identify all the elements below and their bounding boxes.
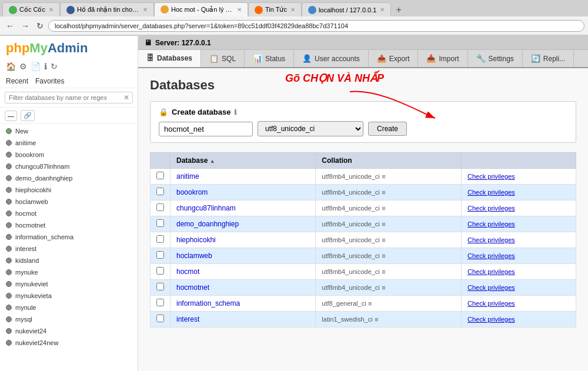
sidebar-item-mynukeviet[interactable]: mynukeviet: [0, 278, 138, 290]
create-db-button[interactable]: Create: [368, 122, 407, 136]
sidebar-item-demo[interactable]: demo_doanhnghiep: [0, 172, 138, 184]
sidebar-item-mysql[interactable]: mysql: [0, 313, 138, 325]
check-priv-link-3[interactable]: Check privileges: [467, 220, 515, 228]
row-check-2[interactable]: [156, 203, 164, 211]
filter-clear-button[interactable]: ✕: [123, 93, 129, 102]
collation-select[interactable]: utf8_unicode_ci utf8_general_ci utf8mb4_…: [258, 121, 363, 136]
check-priv-link-4[interactable]: Check privileges: [467, 236, 515, 243]
table-icon-9[interactable]: ≡: [375, 316, 378, 323]
db-link-7[interactable]: hocmotnet: [176, 283, 209, 292]
sidebar-item-mynuke[interactable]: mynuke: [0, 266, 138, 278]
sidebar-item-hocmot[interactable]: hocmot: [0, 208, 138, 219]
table-icon-6[interactable]: ≡: [382, 268, 385, 275]
row-check-6[interactable]: [156, 267, 164, 275]
tab-close-local[interactable]: ✕: [380, 6, 385, 13]
recent-link[interactable]: Recent: [6, 77, 28, 85]
row-check-0[interactable]: [156, 172, 164, 179]
row-check-3[interactable]: [156, 219, 164, 227]
tab-close-hoc[interactable]: ✕: [237, 6, 242, 13]
favorites-link[interactable]: Favorites: [35, 77, 64, 85]
row-check-7[interactable]: [156, 283, 164, 290]
db-link-2[interactable]: chungcu87linhnam: [176, 204, 236, 212]
th-database[interactable]: Database ▲: [171, 153, 316, 169]
tab-coc-coc[interactable]: Cốc Cốc ✕: [2, 2, 60, 16]
tab-close-tin[interactable]: ✕: [290, 6, 295, 13]
table-icon-4[interactable]: ≡: [382, 236, 385, 243]
table-icon-7[interactable]: ≡: [382, 284, 385, 291]
tab-import[interactable]: 📥 Import: [418, 50, 467, 67]
db-link-5[interactable]: hoclamweb: [176, 252, 212, 260]
tab-export[interactable]: 📤 Export: [369, 50, 419, 67]
docs-icon[interactable]: 📄: [31, 62, 41, 71]
table-icon-8[interactable]: ≡: [368, 300, 372, 307]
back-button[interactable]: ←: [4, 20, 16, 32]
sidebar-item-mynukevieta[interactable]: mynukevieta: [0, 290, 138, 302]
check-priv-link-1[interactable]: Check privileges: [467, 189, 515, 196]
sidebar-item-anitime[interactable]: anitime: [0, 137, 138, 149]
address-bar-input[interactable]: [48, 20, 584, 32]
sort-icon[interactable]: ▲: [210, 158, 215, 164]
sidebar-item-interest[interactable]: interest: [0, 243, 138, 255]
db-link-8[interactable]: information_schema: [176, 299, 240, 308]
db-link-0[interactable]: anitime: [176, 172, 199, 181]
table-icon-2[interactable]: ≡: [382, 205, 385, 212]
tab-databases[interactable]: 🗄 Databases: [138, 50, 201, 67]
settings-icon[interactable]: ⚙: [19, 62, 27, 71]
check-priv-link-6[interactable]: Check privileges: [467, 268, 515, 275]
db-link-4[interactable]: hiephoicokhi: [176, 236, 216, 244]
sidebar-item-boookrom[interactable]: boookrom: [0, 149, 138, 161]
sidebar-item-kidsland[interactable]: kidsland: [0, 255, 138, 266]
reload-button[interactable]: ↻: [34, 20, 46, 32]
check-priv-link-0[interactable]: Check privileges: [467, 173, 515, 180]
tab-ho-da[interactable]: Hồ đã nhận tin cho b... ✕: [60, 2, 154, 16]
tab-settings[interactable]: 🔧 Settings: [468, 50, 523, 67]
link-button[interactable]: 🔗: [21, 110, 35, 121]
row-check-4[interactable]: [156, 235, 164, 243]
check-priv-link-7[interactable]: Check privileges: [467, 284, 515, 291]
tab-close-ho[interactable]: ✕: [143, 6, 148, 13]
sidebar-item-nukeviet24[interactable]: nukeviet24: [0, 325, 138, 337]
db-link-6[interactable]: hocmot: [176, 268, 199, 276]
refresh-icon[interactable]: ↻: [51, 62, 58, 71]
row-check-8[interactable]: [156, 299, 164, 306]
table-icon-1[interactable]: ≡: [382, 189, 385, 196]
table-icon-0[interactable]: ≡: [382, 173, 385, 180]
db-link-9[interactable]: interest: [176, 315, 199, 323]
collapse-all-button[interactable]: —: [5, 111, 17, 121]
database-name-input[interactable]: [159, 122, 253, 136]
new-tab-button[interactable]: +: [391, 4, 406, 16]
table-icon-3[interactable]: ≡: [382, 220, 385, 228]
db-link-1[interactable]: boookrom: [176, 188, 208, 196]
th-collation[interactable]: Collation: [316, 153, 462, 169]
tab-hocmot[interactable]: Hoc mot - Quản lý si... ✕: [154, 2, 248, 16]
check-priv-link-2[interactable]: Check privileges: [467, 205, 515, 212]
home-icon[interactable]: 🏠: [6, 62, 16, 71]
tab-status[interactable]: 📊 Status: [245, 50, 294, 67]
row-check-1[interactable]: [156, 188, 164, 195]
info-icon[interactable]: ℹ: [44, 62, 47, 71]
sidebar-item-nukeviet24new[interactable]: nukeviet24new: [0, 337, 138, 349]
tab-replication[interactable]: 🔄 Repli...: [523, 50, 574, 67]
check-priv-link-9[interactable]: Check privileges: [467, 316, 515, 323]
row-check-9[interactable]: [156, 315, 164, 322]
check-priv-link-8[interactable]: Check privileges: [467, 300, 515, 307]
tab-user-accounts[interactable]: 👤 User accounts: [294, 50, 369, 67]
tab-tin-tuc[interactable]: Tin Tức ✕: [248, 2, 302, 16]
sidebar-item-info[interactable]: information_schema: [0, 231, 138, 243]
row-check-5[interactable]: [156, 251, 164, 259]
check-priv-link-5[interactable]: Check privileges: [467, 252, 515, 259]
sidebar-item-hocmotnet[interactable]: hocmotnet: [0, 219, 138, 231]
create-db-info-icon[interactable]: ℹ: [234, 108, 237, 116]
sidebar-item-mynule[interactable]: mynule: [0, 302, 138, 313]
table-icon-5[interactable]: ≡: [382, 252, 385, 259]
db-link-3[interactable]: demo_doanhnghiep: [176, 220, 239, 228]
sidebar-item-new[interactable]: New: [0, 125, 138, 137]
tab-close-coc[interactable]: ✕: [49, 6, 54, 13]
filter-input[interactable]: [5, 92, 133, 103]
sidebar-item-chungcu[interactable]: chungcu87linhnam: [0, 161, 138, 172]
tab-sql[interactable]: 📋 SQL: [201, 50, 245, 67]
forward-button[interactable]: →: [19, 20, 32, 32]
sidebar-item-hiep[interactable]: hiephoicokhi: [0, 184, 138, 196]
tab-localhost[interactable]: localhost / 127.0.0.1 ✕: [302, 2, 391, 16]
sidebar-item-hoclamweb[interactable]: hoclamweb: [0, 196, 138, 208]
